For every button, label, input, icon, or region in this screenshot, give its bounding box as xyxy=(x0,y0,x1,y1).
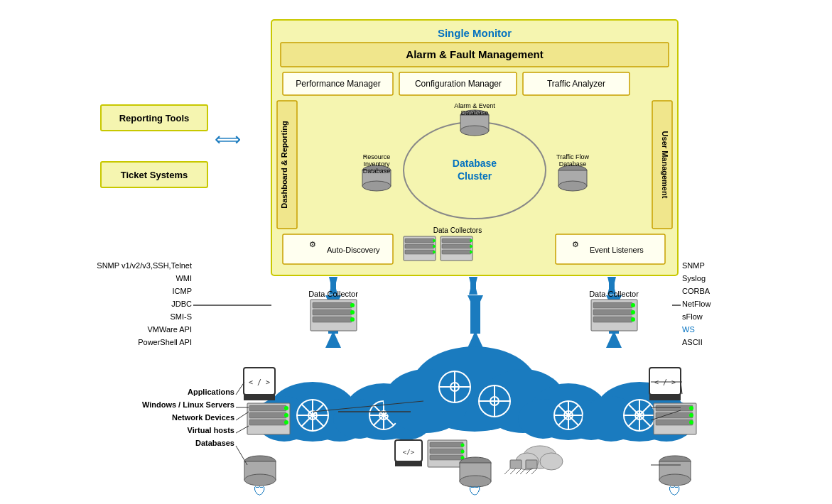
svg-text:WMI: WMI xyxy=(175,274,192,283)
svg-text:ASCII: ASCII xyxy=(682,338,703,346)
svg-line-224 xyxy=(681,382,682,394)
svg-text:SMI-S: SMI-S xyxy=(170,312,192,321)
svg-point-17 xyxy=(460,110,489,120)
svg-rect-204 xyxy=(510,460,522,469)
svg-text:PowerShell API: PowerShell API xyxy=(138,338,192,346)
svg-text:< / >: < / > xyxy=(249,378,270,386)
svg-line-209 xyxy=(520,469,526,474)
svg-line-221 xyxy=(236,446,247,465)
svg-rect-0 xyxy=(271,20,678,275)
svg-rect-193 xyxy=(460,463,491,481)
svg-marker-90 xyxy=(468,331,483,348)
svg-point-192 xyxy=(460,457,491,469)
svg-text:⚙: ⚙ xyxy=(309,240,316,248)
svg-marker-83 xyxy=(607,277,616,295)
svg-rect-8 xyxy=(523,72,630,95)
svg-point-113 xyxy=(297,400,328,431)
svg-rect-45 xyxy=(442,239,471,243)
svg-text:Data Collector: Data Collector xyxy=(308,290,358,298)
svg-point-128 xyxy=(411,346,539,432)
svg-line-211 xyxy=(531,469,537,474)
svg-point-181 xyxy=(689,420,693,424)
svg-marker-82 xyxy=(607,277,616,295)
svg-point-14 xyxy=(404,122,546,219)
svg-line-220 xyxy=(236,426,249,433)
svg-marker-91 xyxy=(606,295,622,312)
svg-line-146 xyxy=(558,405,578,425)
svg-rect-10 xyxy=(277,101,297,229)
svg-point-132 xyxy=(450,383,459,391)
svg-point-151 xyxy=(624,400,655,431)
svg-line-205 xyxy=(504,469,510,474)
svg-rect-171 xyxy=(249,420,286,425)
svg-rect-54 xyxy=(101,105,207,131)
svg-text:Alarm & Event: Alarm & Event xyxy=(454,102,495,109)
svg-rect-97 xyxy=(313,309,352,315)
svg-marker-87 xyxy=(325,331,341,348)
svg-rect-170 xyxy=(249,412,286,418)
svg-rect-176 xyxy=(656,405,693,411)
svg-rect-98 xyxy=(313,317,352,322)
svg-point-194 xyxy=(460,476,491,487)
svg-rect-159 xyxy=(244,368,275,395)
svg-rect-84 xyxy=(609,277,615,295)
svg-rect-175 xyxy=(654,403,696,434)
svg-rect-29 xyxy=(558,170,587,186)
svg-point-112 xyxy=(311,399,368,442)
svg-point-119 xyxy=(345,383,423,440)
svg-text:sFlow: sFlow xyxy=(682,312,703,321)
svg-text:Inventory: Inventory xyxy=(363,160,390,168)
svg-rect-190 xyxy=(244,461,276,480)
svg-text:Cluster: Cluster xyxy=(458,170,492,182)
svg-line-207 xyxy=(516,469,522,474)
svg-text:WS: WS xyxy=(682,325,695,334)
svg-marker-79 xyxy=(469,277,477,295)
svg-text:Applications: Applications xyxy=(188,388,234,396)
svg-text:🛡: 🛡 xyxy=(254,484,266,498)
svg-point-179 xyxy=(689,406,693,410)
svg-text:Reporting Tools: Reporting Tools xyxy=(119,113,190,124)
svg-rect-184 xyxy=(430,449,463,454)
svg-text:Data Collector: Data Collector xyxy=(589,290,639,298)
svg-rect-105 xyxy=(593,309,632,315)
svg-text:Auto-Discovery: Auto-Discovery xyxy=(327,246,380,254)
svg-rect-4 xyxy=(283,72,393,95)
svg-point-148 xyxy=(595,382,684,442)
svg-point-186 xyxy=(461,444,465,447)
svg-rect-169 xyxy=(249,405,286,411)
svg-line-206 xyxy=(510,469,516,474)
svg-rect-103 xyxy=(591,300,637,331)
svg-point-42 xyxy=(433,245,436,248)
svg-rect-78 xyxy=(330,277,336,295)
svg-rect-106 xyxy=(593,317,632,322)
svg-marker-93 xyxy=(606,331,622,348)
svg-point-201 xyxy=(523,446,557,469)
svg-rect-183 xyxy=(430,442,463,447)
svg-rect-46 xyxy=(442,244,471,248)
svg-text:SNMP: SNMP xyxy=(682,261,705,270)
svg-point-180 xyxy=(689,413,693,417)
svg-text:Single Monitor: Single Monitor xyxy=(438,27,512,39)
svg-line-156 xyxy=(628,404,651,427)
svg-point-19 xyxy=(460,126,489,136)
svg-text:⟺: ⟺ xyxy=(215,128,241,150)
svg-rect-38 xyxy=(405,239,434,243)
svg-text:Data Collectors: Data Collectors xyxy=(433,226,482,234)
svg-rect-162 xyxy=(649,368,681,395)
svg-rect-208 xyxy=(526,460,537,469)
svg-point-100 xyxy=(350,310,355,314)
svg-marker-85 xyxy=(325,295,341,312)
svg-text:Resource: Resource xyxy=(363,153,391,160)
svg-point-135 xyxy=(479,385,510,417)
svg-point-101 xyxy=(350,317,355,322)
svg-point-140 xyxy=(518,399,569,439)
svg-line-226 xyxy=(651,410,681,420)
svg-rect-47 xyxy=(442,250,471,254)
svg-point-28 xyxy=(558,165,587,175)
svg-rect-12 xyxy=(652,101,672,229)
svg-text:Database: Database xyxy=(363,168,391,175)
svg-point-48 xyxy=(470,239,472,242)
svg-point-120 xyxy=(333,399,384,439)
svg-text:SNMP v1/v2/v3,SSH,Telnet: SNMP v1/v2/v3,SSH,Telnet xyxy=(97,261,192,270)
svg-point-187 xyxy=(461,450,465,454)
